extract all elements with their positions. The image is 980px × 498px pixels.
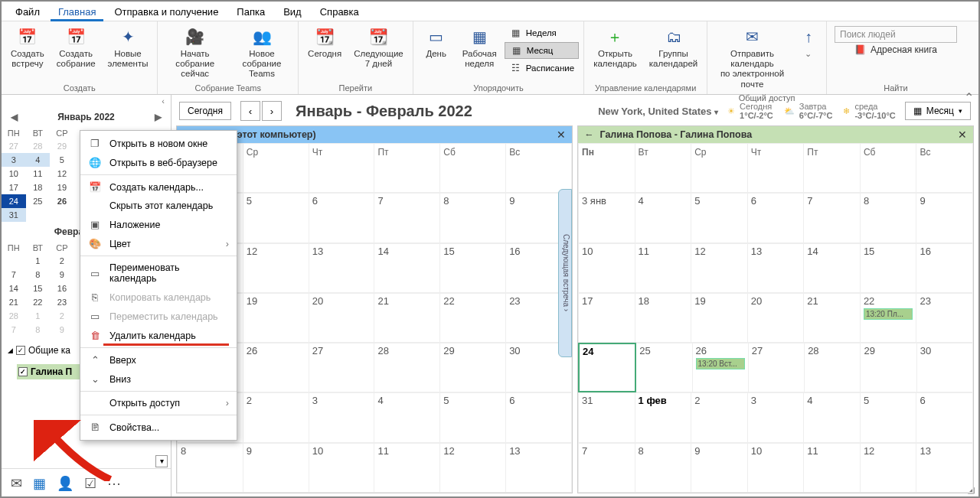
calendar-cell[interactable]: 6 (748, 193, 805, 242)
calendar-cell[interactable]: 12 (861, 443, 917, 493)
tab-file[interactable]: Файл (8, 3, 47, 21)
workweek-view-button[interactable]: ▦Рабочая неделя (458, 24, 501, 70)
calendar-cell[interactable]: 23 (916, 293, 973, 343)
prev-month-icon[interactable]: ◀ (8, 112, 21, 122)
calendar-cell[interactable]: 5 (440, 392, 506, 442)
new-items-button[interactable]: ✦Новые элементы (103, 24, 153, 70)
calendar-cell[interactable]: 7 (804, 193, 861, 242)
calendar-cell[interactable]: 6 (506, 392, 572, 442)
calendar-cell[interactable]: 12 (440, 443, 506, 493)
ctx-share-access[interactable]: Открыть доступ› (80, 394, 237, 412)
calendar-cell[interactable]: 15 (440, 243, 506, 293)
calendar-cell[interactable]: 22 (440, 293, 506, 343)
calendar-cell[interactable]: 18 (635, 293, 692, 343)
calendar-cell[interactable]: 7 (374, 193, 440, 242)
calendar-cell[interactable]: 24 (578, 343, 636, 392)
ctx-overlay[interactable]: ▣Наложение (80, 215, 237, 234)
ctx-delete-calendar[interactable]: 🗑Удалить календарь (80, 326, 237, 345)
calendar-cell[interactable]: 11 (635, 243, 692, 293)
calendar-cell[interactable]: 13 (916, 443, 973, 493)
tasks-nav-icon[interactable]: ☑ (84, 475, 96, 492)
calendar-cell[interactable]: 9 (243, 443, 309, 493)
calendar-cell[interactable]: 29 (861, 343, 916, 392)
tab-help[interactable]: Справка (312, 3, 367, 21)
address-book-button[interactable]: 📕Адресная книга (854, 44, 937, 55)
calendar-cell[interactable]: 9 (916, 193, 973, 242)
calendar-cell[interactable]: 3 (309, 392, 375, 442)
checkbox-icon[interactable]: ✓ (16, 346, 25, 355)
next-month-icon[interactable]: ▶ (152, 112, 165, 122)
calendar-cell[interactable]: 12 (691, 243, 748, 293)
ctx-open-new-window[interactable]: ❐Открыть в новом окне (80, 134, 237, 153)
more-nav-icon[interactable]: ⋯ (107, 475, 121, 492)
ctx-open-browser[interactable]: 🌐Открыть в веб-браузере (80, 153, 237, 172)
today-button[interactable]: Сегодня (179, 102, 231, 120)
calendar-cell[interactable]: 25 (636, 343, 692, 392)
close-icon[interactable]: ✕ (958, 129, 967, 141)
meet-now-button[interactable]: 🎥Начать собрание сейчас (162, 24, 227, 81)
calendar-cell[interactable]: 29 (440, 343, 506, 392)
calendar-cell[interactable]: 10 (748, 443, 805, 493)
calendar-cell[interactable]: 28 (805, 343, 861, 392)
calendar-cell[interactable]: 14 (804, 243, 861, 293)
calendar-cell[interactable]: 20 (309, 293, 375, 343)
tab-folder[interactable]: Папка (229, 3, 273, 21)
calendar-cell[interactable]: 2213:20 Пл... (861, 293, 917, 343)
tab-sendreceive[interactable]: Отправка и получение (106, 3, 226, 21)
calendar-cell[interactable]: 8 (635, 443, 692, 493)
calendar-cell[interactable]: 11 (374, 443, 440, 493)
calendar-cell[interactable]: 11 (804, 443, 861, 493)
calendar-cell[interactable]: 27 (749, 343, 805, 392)
calendar-cell[interactable]: 26 (243, 343, 309, 392)
calendar-cell[interactable]: 4 (804, 392, 861, 442)
calendar-cell[interactable]: 8 (861, 193, 917, 242)
new-meeting-button[interactable]: 📅Создать встречу (6, 24, 49, 70)
tab-home[interactable]: Главная (51, 3, 103, 21)
ctx-properties[interactable]: 🖹Свойства... (80, 418, 237, 437)
calendar-cell[interactable]: 10 (309, 443, 375, 493)
calendar-cell[interactable]: 2613:20 Вст... (693, 343, 749, 392)
next-7-days-button[interactable]: 📆Следующие 7 дней (349, 24, 408, 70)
view-selector[interactable]: ▦Месяц▾ (905, 102, 971, 120)
ctx-create-calendar[interactable]: 📅Создать календарь... (80, 177, 237, 197)
calendar-cell[interactable]: 13 (506, 443, 572, 493)
schedule-view-button[interactable]: ☷Расписание (505, 60, 579, 76)
close-icon[interactable]: ✕ (557, 129, 566, 141)
arrow-left-icon[interactable]: ← (584, 129, 594, 140)
calendar-cell[interactable]: 27 (309, 343, 375, 392)
calendar-cell[interactable]: 10 (578, 243, 635, 293)
calendar-cell[interactable]: 3 (748, 392, 805, 442)
day-view-button[interactable]: ▭День (418, 24, 455, 60)
mail-nav-icon[interactable]: ✉ (11, 475, 22, 492)
new-appointment-button[interactable]: 📅Создать собрание (52, 24, 100, 70)
calendar-cell[interactable]: 6 (309, 193, 375, 242)
collapse-nav-icon[interactable]: ‹ (162, 96, 165, 106)
calendar-cell[interactable]: 17 (578, 293, 635, 343)
prev-button[interactable]: ‹ (240, 101, 260, 121)
calendar-cell[interactable]: 21 (374, 293, 440, 343)
calendar-nav-icon[interactable]: ▦ (33, 475, 46, 492)
ctx-down[interactable]: ⌄Вниз (80, 369, 237, 389)
calendar-cell[interactable]: 2 (243, 392, 309, 442)
calendar-cell[interactable]: 2 (691, 392, 748, 442)
tab-view[interactable]: Вид (276, 3, 309, 21)
calendar-cell[interactable]: 7 (578, 443, 635, 493)
calendar-cell[interactable]: 13 (748, 243, 805, 293)
calendar-cell[interactable]: 21 (804, 293, 861, 343)
calendar-cell[interactable]: 28 (374, 343, 440, 392)
ctx-color[interactable]: 🎨Цвет› (80, 234, 237, 253)
send-calendar-button[interactable]: ✉Отправить календарь по электронной почт… (712, 24, 792, 91)
calendar-cell[interactable]: 8 (177, 443, 243, 493)
ctx-rename[interactable]: ▭Переименовать календарь (80, 259, 237, 288)
ctx-hide-calendar[interactable]: Скрыть этот календарь (80, 197, 237, 215)
calendar-cell[interactable]: 8 (440, 193, 506, 242)
calendar-cell[interactable]: 5 (243, 193, 309, 242)
week-view-button[interactable]: ▦Неделя (505, 24, 579, 41)
people-nav-icon[interactable]: 👤 (57, 475, 74, 492)
calendar-cell[interactable]: 31 (578, 392, 635, 442)
calendar-cell[interactable]: 4 (635, 193, 692, 242)
location-picker[interactable]: New York, United States ▾ (598, 106, 718, 117)
new-teams-meeting-button[interactable]: 👥Новое собрание Teams (230, 24, 293, 81)
calendar-cell[interactable]: 1 фев (635, 392, 692, 442)
calendar-cell[interactable]: 4 (374, 392, 440, 442)
